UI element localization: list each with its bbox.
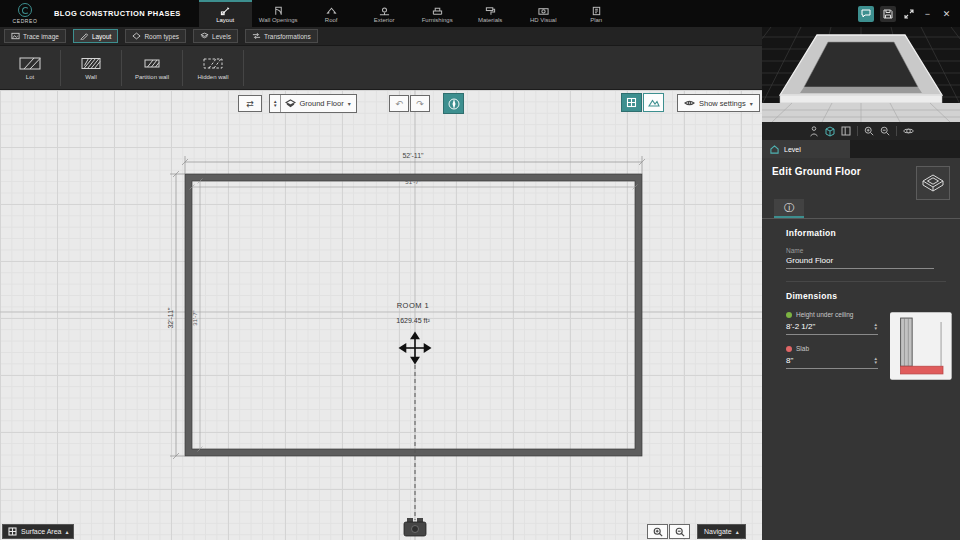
move-cursor-icon[interactable] bbox=[400, 333, 430, 363]
level-stepper[interactable]: ▲▼ bbox=[270, 95, 281, 112]
info-icon: ⓘ bbox=[784, 201, 794, 215]
surface-area-button[interactable]: Surface Area ▴ bbox=[2, 524, 74, 539]
subtab-transformations[interactable]: Transformations bbox=[245, 29, 318, 43]
cedreo-app: CEDREO BLOG CONSTRUCTION PHASES Layout W… bbox=[0, 0, 960, 540]
subtab-room-types[interactable]: Room types bbox=[125, 29, 186, 43]
minimize-button[interactable]: − bbox=[921, 7, 934, 20]
undo-icon: ↶ bbox=[395, 99, 403, 109]
slab-value: 8" bbox=[786, 356, 793, 365]
save-button[interactable] bbox=[880, 6, 896, 22]
tool-lot[interactable]: Lot bbox=[0, 49, 60, 87]
plan-icon bbox=[591, 6, 602, 16]
show-settings-button[interactable]: Show settings ▾ bbox=[677, 94, 760, 112]
view-3d-mode-button[interactable] bbox=[825, 126, 835, 137]
top-bar: CEDREO BLOG CONSTRUCTION PHASES Layout W… bbox=[0, 0, 960, 27]
redo-button[interactable]: ↷ bbox=[410, 95, 430, 112]
layout-icon bbox=[220, 6, 231, 16]
view-3d-icon bbox=[648, 97, 660, 108]
chat-button[interactable] bbox=[858, 6, 874, 22]
subtab-layout[interactable]: Layout bbox=[73, 29, 119, 43]
information-heading: Information bbox=[786, 228, 946, 238]
tab-furnishings[interactable]: Furnishings bbox=[411, 0, 464, 27]
dimension-width-inner bbox=[190, 185, 638, 190]
height-stepper[interactable]: ▲▼ bbox=[874, 323, 878, 331]
cedreo-logo-icon bbox=[18, 3, 32, 17]
draw-tools-bar: Lot Wall Partition wall Hidden wall bbox=[0, 46, 762, 90]
show-settings-label: Show settings bbox=[699, 99, 746, 108]
level-selector[interactable]: ▲▼ Ground Floor ▾ bbox=[269, 94, 357, 113]
level-panel-tab[interactable]: Level bbox=[762, 140, 850, 158]
height-indicator-dot bbox=[786, 312, 792, 318]
name-field[interactable]: Ground Floor bbox=[786, 254, 934, 269]
height-value: 8'-2 1/2" bbox=[786, 322, 815, 331]
subtab-levels[interactable]: Levels bbox=[193, 29, 238, 43]
surface-area-icon bbox=[8, 527, 17, 536]
right-panel: Level Edit Ground Floor ⓘ Information Na… bbox=[762, 27, 960, 540]
height-under-ceiling-field: Height under ceiling 8'-2 1/2" ▲▼ bbox=[786, 311, 882, 335]
zoom-out-icon bbox=[675, 527, 685, 537]
preview-zoom-in-button[interactable] bbox=[864, 126, 874, 136]
expand-button[interactable] bbox=[902, 7, 915, 20]
walkthrough-button[interactable] bbox=[809, 126, 819, 137]
height-input[interactable]: 8'-2 1/2" ▲▼ bbox=[786, 320, 878, 335]
swap-level-button[interactable]: ⇄ bbox=[238, 95, 262, 112]
zoom-in-icon bbox=[653, 527, 663, 537]
navigate-button[interactable]: Navigate ▴ bbox=[697, 524, 746, 539]
undo-button[interactable]: ↶ bbox=[389, 95, 409, 112]
chevron-down-icon: ▾ bbox=[348, 100, 351, 107]
slab-preview-icon bbox=[920, 172, 946, 194]
info-tab[interactable]: ⓘ bbox=[774, 199, 804, 218]
slab-stepper[interactable]: ▲▼ bbox=[874, 357, 878, 365]
surface-area-label: Surface Area bbox=[21, 528, 61, 535]
room-name-label: ROOM 1 bbox=[397, 301, 430, 310]
chevron-up-icon: ▴ bbox=[65, 528, 68, 535]
dimensions-heading: Dimensions bbox=[786, 291, 946, 301]
view-2d-button[interactable] bbox=[621, 93, 642, 112]
zoom-out-button[interactable] bbox=[669, 524, 690, 539]
slab-input[interactable]: 8" ▲▼ bbox=[786, 354, 878, 369]
room-outline[interactable] bbox=[189, 178, 639, 453]
dim-width-inner-label: 51'-7" bbox=[405, 179, 420, 185]
tab-hd-visual[interactable]: HD Visual bbox=[517, 0, 570, 27]
split-view-button[interactable] bbox=[841, 126, 851, 136]
floor-plan-canvas[interactable]: 52'-11" 51'-7" 32'-11" bbox=[0, 90, 762, 540]
dim-height-inner-label: 31'-7" bbox=[192, 310, 198, 325]
tool-hidden-wall[interactable]: Hidden wall bbox=[183, 49, 243, 87]
cedreo-logo[interactable]: CEDREO bbox=[0, 0, 50, 27]
view-3d-button[interactable] bbox=[643, 93, 664, 112]
panel-header: Edit Ground Floor bbox=[762, 158, 960, 205]
orbit-icon bbox=[903, 126, 914, 136]
level-editor-panel: Edit Ground Floor ⓘ Information Name Gro… bbox=[762, 158, 960, 540]
tab-layout[interactable]: Layout bbox=[199, 0, 252, 27]
zoom-in-button[interactable] bbox=[647, 524, 668, 539]
person-icon bbox=[809, 126, 819, 137]
tool-partition-wall[interactable]: Partition wall bbox=[122, 49, 182, 87]
tab-plan[interactable]: Plan bbox=[570, 0, 623, 27]
tab-roof[interactable]: Roof bbox=[305, 0, 358, 27]
slab-field: Slab 8" ▲▼ bbox=[786, 345, 882, 369]
tab-exterior[interactable]: Exterior bbox=[358, 0, 411, 27]
level-tab-label: Level bbox=[784, 146, 801, 153]
compass-button[interactable] bbox=[443, 93, 464, 114]
tab-materials[interactable]: Materials bbox=[464, 0, 517, 27]
project-title: BLOG CONSTRUCTION PHASES bbox=[54, 0, 181, 27]
eye-icon bbox=[684, 99, 695, 107]
height-field-label: Height under ceiling bbox=[796, 311, 853, 318]
preview-zoom-out-button[interactable] bbox=[880, 126, 890, 136]
slab-indicator-dot bbox=[786, 346, 792, 352]
subtab-trace-image[interactable]: Trace image bbox=[4, 29, 66, 43]
dim-width-outer-label: 52'-11" bbox=[402, 152, 424, 159]
preview-3d-viewport[interactable] bbox=[762, 27, 960, 122]
wall-openings-icon bbox=[273, 6, 284, 16]
toolbar-divider bbox=[243, 50, 244, 86]
tab-wall-openings[interactable]: Wall Openings bbox=[252, 0, 305, 27]
orbit-button[interactable] bbox=[903, 126, 914, 136]
materials-icon bbox=[485, 6, 496, 16]
expand-icon bbox=[904, 9, 914, 19]
close-button[interactable]: ✕ bbox=[940, 7, 953, 20]
trace-image-icon bbox=[11, 32, 20, 40]
panel-tab-row: Level bbox=[762, 140, 960, 158]
cube-icon bbox=[825, 126, 835, 137]
slab-thumbnail[interactable] bbox=[916, 166, 950, 200]
tool-wall[interactable]: Wall bbox=[61, 49, 121, 87]
